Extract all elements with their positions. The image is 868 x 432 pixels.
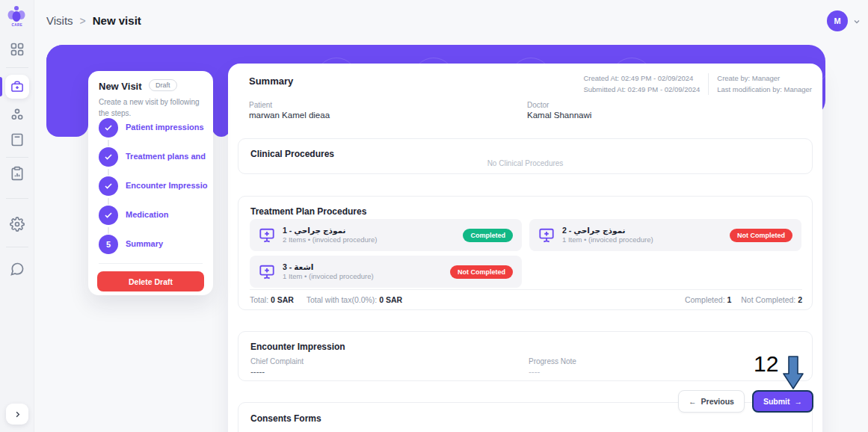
progress-note-label: Progress Note xyxy=(529,357,576,365)
wizard-card: New Visit Draft Create a new visit by fo… xyxy=(88,71,213,295)
step-connector xyxy=(108,140,109,146)
step-connector xyxy=(108,227,109,234)
step-4-check[interactable] xyxy=(99,206,118,225)
chat-icon[interactable] xyxy=(10,262,25,277)
progress-note-value: ---- xyxy=(529,367,540,376)
procedure-monitor-icon xyxy=(259,227,275,244)
chief-complaint-value: ----- xyxy=(250,367,265,376)
step-3-label[interactable]: Encounter Impression xyxy=(126,181,208,190)
consents-forms-title: Consents Forms xyxy=(250,413,321,424)
footer-actions: ← Previous Submit → xyxy=(678,390,813,413)
page-title: New visit xyxy=(93,14,141,27)
sidebar: CARE xyxy=(0,0,34,432)
step-connector xyxy=(108,198,109,205)
summary-card: Summary Created At: 02:49 PM - 02/09/202… xyxy=(228,64,822,432)
status-badge: Not Completed xyxy=(450,265,513,279)
clipboard-report-icon[interactable] xyxy=(10,166,25,181)
wizard-title: New Visit xyxy=(99,81,142,92)
check-icon xyxy=(104,123,113,132)
step-5-label[interactable]: Summary xyxy=(126,239,208,248)
delete-draft-button[interactable]: Delete Draft xyxy=(97,271,204,291)
settings-gear-icon[interactable] xyxy=(10,217,25,232)
wizard-divider xyxy=(99,263,203,264)
summary-title: Summary xyxy=(249,75,293,87)
step-5-number[interactable]: 5 xyxy=(99,235,118,254)
sidebar-divider xyxy=(6,247,28,247)
annotation-step-number: 12 xyxy=(754,351,778,377)
sidebar-divider xyxy=(6,67,28,68)
procedure-details: 1 Item • (invoiced procedure) xyxy=(562,235,653,244)
sidebar-divider xyxy=(6,198,28,199)
dashboard-grid-icon[interactable] xyxy=(10,42,25,57)
active-indicator xyxy=(0,77,2,96)
sidebar-expand-button[interactable] xyxy=(6,404,28,425)
chevron-down-icon[interactable] xyxy=(852,17,861,26)
step-2-check[interactable] xyxy=(99,147,118,167)
sidebar-item-visits[interactable] xyxy=(5,75,29,99)
step-1-label[interactable]: Patient impressions xyxy=(126,123,208,132)
check-icon xyxy=(104,182,113,191)
step-2-label[interactable]: Treatment plans and pro... xyxy=(126,152,208,161)
clinical-procedures-title: Clinical Procedures xyxy=(250,149,334,159)
submitted-at: Submitted At: 02:49 PM - 02/09/2024 xyxy=(583,84,700,96)
doctor-value: Kamal Shannawi xyxy=(527,111,591,120)
created-by: Create by: Manager xyxy=(717,73,812,84)
arrow-left-icon: ← xyxy=(689,397,697,406)
status-badge: Not Completed xyxy=(730,229,792,242)
procedure-monitor-icon xyxy=(538,227,555,244)
calculator-icon[interactable] xyxy=(10,132,25,147)
patient-value: marwan Kamel dieaa xyxy=(249,111,330,120)
encounter-title: Encounter Impression xyxy=(250,342,345,352)
procedure-name: اشعة - 3 xyxy=(283,262,374,273)
created-at: Created At: 02:49 PM - 02/09/2024 xyxy=(583,73,700,84)
banner-tab-left xyxy=(46,45,88,137)
clinical-procedures-card: Clinical Procedures No Clinical Procedur… xyxy=(238,138,813,174)
meta-divider xyxy=(708,73,709,95)
procedure-name: نموذج جراحي - 2 xyxy=(562,226,653,236)
step-3-check[interactable] xyxy=(99,176,118,196)
procedure-details: 1 Item • (invoiced procedure) xyxy=(283,272,374,281)
treatment-totals-row: Total: 0 SAR Total with tax(0.0%): 0 SAR… xyxy=(250,295,802,304)
procedure-item[interactable]: نموذج جراحي - 2 1 Item • (invoiced proce… xyxy=(529,219,801,251)
last-modified-by: Last modification by: Manager xyxy=(717,84,812,96)
patient-label: Patient xyxy=(249,101,272,109)
sidebar-divider xyxy=(6,157,28,158)
completed-count-label: Completed: xyxy=(685,295,725,304)
clinical-procedures-empty: No Clinical Procedures xyxy=(238,159,812,167)
wizard-subtitle: Create a new visit by following the step… xyxy=(99,96,204,119)
encounter-impression-card: Encounter Impression Chief Complaint ---… xyxy=(238,331,813,381)
status-badge: Completed xyxy=(463,229,513,242)
previous-button[interactable]: ← Previous xyxy=(678,390,745,413)
treatment-plan-title: Treatment Plan Procedures xyxy=(250,206,366,217)
draft-status-badge: Draft xyxy=(149,79,177,91)
breadcrumb-separator: > xyxy=(80,15,86,27)
organization-icon[interactable] xyxy=(10,107,25,122)
tax-label: Total with tax(0.0%): xyxy=(307,295,378,304)
app-logo[interactable]: CARE xyxy=(7,5,28,27)
procedure-item[interactable]: نموذج جراحي - 1 2 Items • (invoiced proc… xyxy=(250,219,522,251)
completed-count-value: 1 xyxy=(727,295,732,304)
annotation-arrow-down-icon xyxy=(782,356,804,390)
total-value: 0 SAR xyxy=(271,295,294,304)
procedure-item[interactable]: اشعة - 3 1 Item • (invoiced procedure) N… xyxy=(250,256,522,288)
tax-value: 0 SAR xyxy=(379,295,402,304)
step-connector xyxy=(108,169,109,176)
procedure-name: نموذج جراحي - 1 xyxy=(283,226,377,236)
submit-button[interactable]: Submit → xyxy=(752,390,813,413)
chevron-right-icon xyxy=(13,410,22,419)
procedure-details: 2 Items • (invoiced procedure) xyxy=(283,235,377,244)
care-logo-icon xyxy=(7,5,26,23)
breadcrumb-visits[interactable]: Visits xyxy=(46,14,73,27)
logo-caption: CARE xyxy=(7,23,28,27)
step-4-label[interactable]: Medication xyxy=(126,210,208,219)
check-icon xyxy=(104,211,113,220)
clinic-bag-icon xyxy=(10,80,24,93)
step-1-check[interactable] xyxy=(99,118,118,138)
arrow-right-icon: → xyxy=(795,397,803,406)
treatment-plan-card: Treatment Plan Procedures نموذج جراحي - … xyxy=(238,196,813,310)
breadcrumb: Visits > New visit xyxy=(46,14,141,27)
avatar[interactable]: M xyxy=(827,10,848,31)
procedure-monitor-icon xyxy=(259,264,275,280)
not-completed-count-label: Not Completed: xyxy=(741,295,795,304)
visit-meta: Created At: 02:49 PM - 02/09/2024 Submit… xyxy=(583,73,812,95)
